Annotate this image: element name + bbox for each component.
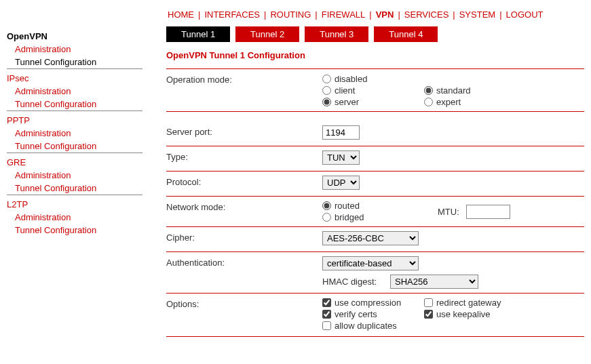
network-mode-label: bridged bbox=[335, 212, 364, 222]
option-redirect-gateway[interactable]: redirect gateway bbox=[424, 298, 526, 308]
operation-mode-config-label: standard bbox=[436, 85, 471, 96]
server-port-input[interactable] bbox=[322, 125, 360, 140]
nav-divider: | bbox=[312, 9, 320, 20]
hmac-select[interactable]: SHA256 bbox=[390, 275, 478, 289]
nav-divider: | bbox=[195, 9, 203, 20]
network-mode-radio[interactable] bbox=[322, 201, 331, 210]
option-verify-certs[interactable]: verify certs bbox=[322, 309, 424, 319]
option-label: redirect gateway bbox=[436, 298, 501, 308]
label-cipher: Cipher: bbox=[166, 231, 322, 243]
sidebar-section-gre[interactable]: GRE bbox=[7, 153, 142, 169]
nav-divider: | bbox=[450, 9, 457, 20]
label-options: Options: bbox=[166, 298, 322, 309]
row-server-port: Server port: bbox=[166, 121, 584, 146]
operation-mode-config-radio[interactable] bbox=[424, 86, 433, 95]
row-authentication: Authentication: certificate-based HMAC d… bbox=[166, 252, 584, 294]
nav-divider: | bbox=[395, 9, 402, 20]
operation-mode-config-expert[interactable]: expert bbox=[424, 97, 526, 107]
nav-logout[interactable]: LOGOUT bbox=[505, 9, 545, 20]
sidebar-item[interactable]: Tunnel Configuration bbox=[7, 182, 142, 195]
label-protocol: Protocol: bbox=[166, 176, 322, 187]
type-select[interactable]: TUN bbox=[322, 150, 360, 165]
label-operation-mode: Operation mode: bbox=[166, 73, 322, 85]
operation-mode-label: client bbox=[335, 85, 355, 96]
nav-interfaces[interactable]: INTERFACES bbox=[203, 9, 261, 20]
row-options: Options: use compressionredirect gateway… bbox=[166, 294, 584, 337]
operation-mode-radio[interactable] bbox=[322, 98, 331, 106]
tab-tunnel-1[interactable]: Tunnel 1 bbox=[166, 26, 230, 42]
option-allow-duplicates[interactable]: allow duplicates bbox=[322, 321, 424, 331]
page-title: OpenVPN Tunnel 1 Configuration bbox=[166, 50, 584, 60]
operation-mode-radio[interactable] bbox=[322, 86, 331, 95]
network-mode-bridged[interactable]: bridged bbox=[322, 212, 424, 222]
cipher-select[interactable]: AES-256-CBC bbox=[322, 231, 419, 245]
option-label: allow duplicates bbox=[335, 321, 397, 331]
tab-tunnel-4[interactable]: Tunnel 4 bbox=[374, 26, 438, 42]
sidebar-item[interactable]: Administration bbox=[7, 169, 142, 182]
tab-tunnel-3[interactable]: Tunnel 3 bbox=[305, 26, 368, 42]
operation-mode-disabled[interactable]: disabled bbox=[322, 74, 424, 84]
nav-vpn[interactable]: VPN bbox=[375, 9, 396, 20]
nav-routing[interactable]: ROUTING bbox=[269, 9, 312, 20]
row-type: Type: TUN bbox=[166, 146, 584, 171]
row-operation-mode: Operation mode: disabledclientserver sta… bbox=[166, 68, 584, 112]
row-protocol: Protocol: UDP bbox=[166, 171, 584, 197]
sidebar: OpenVPNAdministrationTunnel Configuratio… bbox=[7, 7, 142, 364]
sidebar-item[interactable]: Tunnel Configuration bbox=[7, 224, 142, 237]
nav-system[interactable]: SYSTEM bbox=[458, 9, 497, 20]
option-label: use keepalive bbox=[436, 309, 491, 319]
sidebar-section-l2tp[interactable]: L2TP bbox=[7, 195, 142, 211]
network-mode-routed[interactable]: routed bbox=[322, 201, 424, 211]
option-checkbox[interactable] bbox=[424, 310, 433, 319]
operation-mode-server[interactable]: server bbox=[322, 97, 424, 107]
operation-mode-radio[interactable] bbox=[322, 75, 331, 83]
nav-divider: | bbox=[261, 9, 269, 20]
option-label: verify certs bbox=[335, 309, 377, 319]
nav-divider: | bbox=[497, 9, 504, 20]
nav-divider: | bbox=[366, 9, 374, 20]
option-use-compression[interactable]: use compression bbox=[322, 298, 424, 308]
sidebar-section-pptp[interactable]: PPTP bbox=[7, 110, 142, 127]
option-label: use compression bbox=[335, 298, 401, 308]
network-mode-label: routed bbox=[335, 201, 360, 211]
network-mode-radio[interactable] bbox=[322, 213, 331, 222]
label-network-mode: Network mode: bbox=[166, 201, 322, 212]
operation-mode-config-radio[interactable] bbox=[424, 98, 433, 106]
tunnel-tabs: Tunnel 1Tunnel 2Tunnel 3Tunnel 4 bbox=[166, 26, 584, 42]
top-nav: HOME|INTERFACES|ROUTING|FIREWALL|VPN|SER… bbox=[166, 7, 584, 26]
operation-mode-client[interactable]: client bbox=[322, 85, 424, 96]
label-type: Type: bbox=[166, 150, 322, 162]
row-cipher: Cipher: AES-256-CBC bbox=[166, 227, 584, 252]
row-network-mode: Network mode: routedbridged MTU: bbox=[166, 197, 584, 227]
option-use-keepalive[interactable]: use keepalive bbox=[424, 309, 526, 319]
tab-tunnel-2[interactable]: Tunnel 2 bbox=[235, 26, 299, 42]
option-checkbox[interactable] bbox=[322, 321, 331, 330]
sidebar-item[interactable]: Tunnel Configuration bbox=[7, 56, 142, 68]
operation-mode-label: server bbox=[335, 97, 359, 107]
label-mtu: MTU: bbox=[438, 207, 459, 217]
sidebar-item[interactable]: Tunnel Configuration bbox=[7, 98, 142, 110]
operation-mode-config-standard[interactable]: standard bbox=[424, 85, 526, 96]
label-authentication: Authentication: bbox=[166, 256, 322, 268]
operation-mode-config-label: expert bbox=[436, 97, 461, 107]
label-server-port: Server port: bbox=[166, 125, 322, 137]
option-checkbox[interactable] bbox=[322, 310, 331, 319]
sidebar-item[interactable]: Administration bbox=[7, 85, 142, 98]
main-content: HOME|INTERFACES|ROUTING|FIREWALL|VPN|SER… bbox=[142, 7, 584, 364]
protocol-select[interactable]: UDP bbox=[322, 176, 360, 190]
nav-services[interactable]: SERVICES bbox=[403, 9, 451, 20]
sidebar-section-ipsec[interactable]: IPsec bbox=[7, 68, 142, 85]
nav-home[interactable]: HOME bbox=[166, 9, 195, 20]
operation-mode-label: disabled bbox=[335, 74, 367, 84]
sidebar-section-openvpn[interactable]: OpenVPN bbox=[7, 27, 142, 43]
option-checkbox[interactable] bbox=[322, 298, 331, 307]
sidebar-item[interactable]: Tunnel Configuration bbox=[7, 140, 142, 153]
sidebar-item[interactable]: Administration bbox=[7, 211, 142, 224]
sidebar-item[interactable]: Administration bbox=[7, 127, 142, 140]
label-hmac-digest: HMAC digest: bbox=[322, 277, 390, 287]
nav-firewall[interactable]: FIREWALL bbox=[320, 9, 367, 20]
sidebar-item[interactable]: Administration bbox=[7, 43, 142, 56]
mtu-input[interactable] bbox=[466, 205, 510, 219]
option-checkbox[interactable] bbox=[424, 298, 433, 307]
authentication-select[interactable]: certificate-based bbox=[322, 256, 419, 270]
